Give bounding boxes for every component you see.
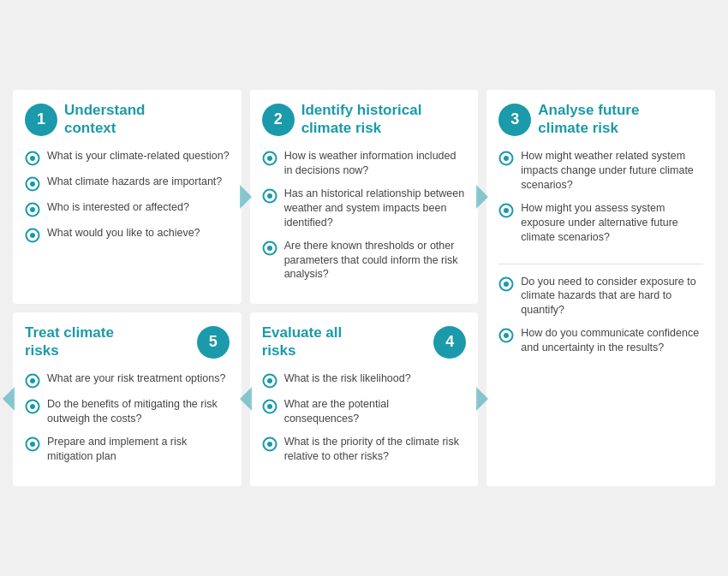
- bullet-icon: [25, 399, 40, 414]
- list-item: Who is interested or affected?: [25, 200, 230, 217]
- card2-header: 2 Identify historical climate risk: [262, 102, 467, 137]
- svg-point-34: [267, 378, 272, 383]
- card-treat-risks: Treat climate risks 5 What are your risk…: [13, 312, 242, 485]
- list-item: What climate hazards are important?: [25, 175, 230, 192]
- arrow4-left-icon: [3, 387, 15, 411]
- bullet-icon: [25, 436, 40, 452]
- card-identify-risk: 2 Identify historical climate risk How i…: [250, 90, 479, 304]
- svg-point-30: [30, 442, 35, 447]
- bullet-icon: [498, 276, 514, 292]
- card3-list-bottom: Do you need to consider exposure to clim…: [498, 275, 703, 364]
- svg-point-4: [30, 181, 35, 187]
- bullet-icon: [25, 373, 40, 389]
- card1-header: 1 Understand context: [25, 102, 230, 137]
- card5-title: Evaluate all risks: [262, 324, 427, 359]
- svg-point-38: [267, 442, 272, 447]
- card4-header: Treat climate risks 5: [25, 324, 230, 359]
- card3-list-top: How might weather related system impacts…: [498, 149, 703, 252]
- bullet-icon: [262, 240, 277, 256]
- card5-list: What is the risk likelihood? What are th…: [262, 371, 467, 464]
- card1-title: Understand context: [64, 102, 145, 137]
- step5-circle: 5: [197, 326, 230, 359]
- arrow2-right-icon: [476, 185, 488, 209]
- svg-point-23: [504, 333, 509, 338]
- card2-list: How is weather information included in d…: [262, 149, 467, 282]
- svg-point-17: [504, 156, 509, 161]
- svg-point-11: [267, 156, 272, 161]
- list-item: How is weather information included in d…: [262, 149, 467, 178]
- svg-marker-9: [476, 185, 488, 209]
- card1-list: What is your climate-related question? W…: [25, 149, 230, 243]
- svg-point-28: [30, 404, 35, 409]
- bullet-icon: [262, 399, 277, 414]
- card3-header: 3 Analyse future climate risk: [498, 102, 703, 137]
- bullet-icon: [262, 436, 277, 452]
- bullet-icon: [262, 188, 277, 204]
- svg-marker-31: [476, 387, 488, 411]
- svg-point-8: [30, 233, 35, 238]
- bullet-icon: [262, 151, 277, 166]
- list-item: How do you communicate confidence and un…: [498, 326, 703, 355]
- bullet-icon: [498, 328, 514, 343]
- bullet-icon: [25, 228, 40, 243]
- step2-circle: 2: [262, 104, 295, 136]
- svg-point-6: [30, 207, 35, 212]
- card5-header: Evaluate all risks 4: [262, 324, 467, 359]
- list-item: Prepare and implement a risk mitigation …: [25, 435, 230, 464]
- list-item: Do you need to consider exposure to clim…: [498, 275, 703, 318]
- step3-circle: 3: [498, 104, 531, 136]
- arrow5-right-icon: [476, 387, 488, 411]
- list-item: What are the potential consequences?: [262, 397, 467, 426]
- list-item: What is the priority of the climate risk…: [262, 435, 467, 464]
- svg-point-15: [267, 246, 272, 251]
- svg-point-36: [267, 404, 272, 409]
- bullet-icon: [262, 373, 277, 389]
- card4-title: Treat climate risks: [25, 324, 190, 359]
- list-item: How might weather related system impacts…: [498, 149, 703, 193]
- list-item: What are your risk treatment options?: [25, 371, 230, 389]
- svg-point-21: [504, 282, 509, 287]
- card-evaluate-risks: Evaluate all risks 4 What is the risk: [250, 312, 479, 485]
- arrow5-left-icon: [240, 387, 252, 411]
- bullet-icon: [25, 151, 40, 166]
- bullet-icon: [25, 176, 40, 192]
- card4-list: What are your risk treatment options? Do…: [25, 371, 230, 464]
- list-item: Are there known thresholds or other para…: [262, 239, 467, 282]
- arrow1-right-icon: [240, 185, 252, 209]
- list-item: Has an historical relationship between w…: [262, 187, 467, 230]
- card3-inner: 3 Analyse future climate risk How might …: [486, 90, 715, 485]
- list-item: How might you assess system exposure und…: [498, 201, 703, 245]
- svg-point-2: [30, 156, 35, 161]
- list-item: What would you like to achieve?: [25, 226, 230, 243]
- bullet-icon: [498, 203, 514, 218]
- main-grid: 1 Understand context What is your climat…: [9, 86, 719, 490]
- svg-point-26: [30, 378, 35, 383]
- list-item: What is the risk likelihood?: [262, 371, 467, 389]
- col3-divider: [498, 264, 703, 264]
- card2-title: Identify historical climate risk: [301, 102, 422, 137]
- svg-marker-0: [240, 185, 252, 209]
- card3-title: Analyse future climate risk: [538, 102, 639, 137]
- list-item: Do the benefits of mitigating the risk o…: [25, 397, 230, 426]
- svg-marker-32: [240, 387, 252, 411]
- bullet-icon: [25, 202, 40, 217]
- svg-point-13: [267, 193, 272, 199]
- step1-circle: 1: [25, 104, 57, 136]
- svg-marker-24: [3, 387, 15, 411]
- svg-point-19: [504, 208, 509, 213]
- list-item: What is your climate-related question?: [25, 149, 230, 166]
- bullet-icon: [498, 151, 514, 166]
- card-analyse-future: 3 Analyse future climate risk How might …: [482, 86, 719, 490]
- card-understand-context: 1 Understand context What is your climat…: [13, 90, 242, 304]
- step4-circle: 4: [433, 326, 466, 359]
